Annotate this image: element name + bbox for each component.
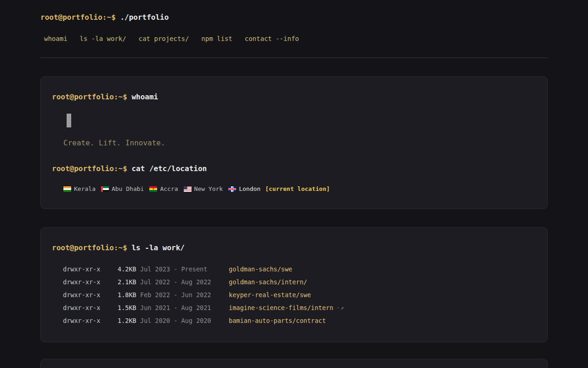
external-link-icon: ↗ xyxy=(337,305,344,311)
header-command: ./portfolio xyxy=(120,13,169,22)
date-range: Jul 2022 - Aug 2022 xyxy=(140,278,229,286)
nav-item-contact[interactable]: contact --info xyxy=(245,34,299,44)
ghana-flag-icon xyxy=(149,186,157,192)
work-prompt-line: root@portfolio:~$ ls -la work/ xyxy=(52,242,536,253)
work-link-goldman-intern[interactable]: goldman-sachs/intern/ xyxy=(229,278,307,286)
work-card: root@portfolio:~$ ls -la work/ drwxr-xr-… xyxy=(40,227,548,342)
date-range: Jun 2021 - Aug 2021 xyxy=(140,304,229,311)
locations-row: Kerala Abu Dhabi Accra New York London [… xyxy=(63,184,536,194)
whoami-card: root@portfolio:~$ whoami Create. Lift. I… xyxy=(40,76,548,209)
work-link-keyper[interactable]: keyper-real-estate/swe xyxy=(229,291,311,299)
current-location-badge: [current location] xyxy=(265,184,330,194)
work-row-bamian: drwxr-xr-x 1.2KB Jul 2020 - Aug 2020 bam… xyxy=(63,314,536,327)
location-prompt-line: root@portfolio:~$ cat /etc/location xyxy=(52,163,536,174)
date-range: Jul 2020 - Aug 2020 xyxy=(140,317,229,324)
india-flag-icon xyxy=(63,186,71,192)
permissions: drwxr-xr-x xyxy=(63,265,118,273)
work-row-goldman-intern: drwxr-xr-x 2.1KB Jul 2022 - Aug 2022 gol… xyxy=(63,276,536,288)
nav-item-whoami[interactable]: whoami xyxy=(44,34,68,44)
work-listing: drwxr-xr-x 4.2KB Jul 2023 - Present gold… xyxy=(63,263,536,327)
work-link-label: keyper-real-estate/swe xyxy=(229,291,311,299)
typing-cursor-icon xyxy=(67,114,71,127)
location-abu-dhabi: Abu Dhabi xyxy=(101,184,144,194)
work-prompt: root@portfolio:~$ xyxy=(52,243,127,252)
location-command: cat /etc/location xyxy=(131,164,207,173)
work-link-goldman-swe[interactable]: goldman-sachs/swe xyxy=(229,265,292,273)
whoami-command: whoami xyxy=(131,92,158,101)
location-label: Accra xyxy=(160,184,178,194)
work-command: ls -la work/ xyxy=(131,243,185,252)
nav-item-npm-list[interactable]: npm list xyxy=(201,34,232,44)
work-row-goldman-swe: drwxr-xr-x 4.2KB Jul 2023 - Present gold… xyxy=(63,263,536,276)
work-row-imagine-science: drwxr-xr-x 1.5KB Jun 2021 - Aug 2021 ima… xyxy=(63,301,536,314)
nav-bar: whoami ls -la work/ cat projects/ npm li… xyxy=(40,34,548,44)
nav-item-projects[interactable]: cat projects/ xyxy=(139,34,189,44)
uk-flag-icon xyxy=(228,186,236,192)
location-kerala: Kerala xyxy=(63,184,96,194)
file-size: 1.8KB xyxy=(118,291,140,299)
projects-card-partial xyxy=(40,359,548,368)
permissions: drwxr-xr-x xyxy=(63,291,118,299)
permissions: drwxr-xr-x xyxy=(63,278,118,286)
location-label: New York xyxy=(194,184,223,194)
date-range: Feb 2022 - Jun 2022 xyxy=(140,291,229,299)
terminal-header: root@portfolio:~$ ./portfolio xyxy=(40,12,548,23)
work-link-label: bamian-auto-parts/contract xyxy=(229,317,326,324)
whoami-prompt-line: root@portfolio:~$ whoami xyxy=(52,92,536,103)
permissions: drwxr-xr-x xyxy=(63,317,118,324)
work-link-label: imagine-science-films/intern xyxy=(229,304,334,311)
page-container: root@portfolio:~$ ./portfolio whoami ls … xyxy=(40,0,548,368)
usa-flag-icon xyxy=(184,186,192,192)
work-link-imagine-science[interactable]: imagine-science-films/intern ↗ xyxy=(229,304,344,311)
location-accra: Accra xyxy=(149,184,178,194)
file-size: 1.5KB xyxy=(118,304,140,311)
nav-item-work[interactable]: ls -la work/ xyxy=(80,34,126,44)
location-label: Abu Dhabi xyxy=(112,184,144,194)
location-label: London xyxy=(239,184,260,194)
tagline: Create. Lift. Innovate. xyxy=(63,138,536,148)
work-link-label: goldman-sachs/swe xyxy=(229,265,292,273)
typing-area xyxy=(67,113,536,128)
file-size: 1.2KB xyxy=(118,317,140,324)
location-label: Kerala xyxy=(74,184,96,194)
work-row-keyper: drwxr-xr-x 1.8KB Feb 2022 - Jun 2022 key… xyxy=(63,288,536,301)
location-prompt: root@portfolio:~$ xyxy=(52,164,127,173)
location-london: London xyxy=(228,184,260,194)
whoami-prompt: root@portfolio:~$ xyxy=(52,92,127,101)
location-new-york: New York xyxy=(184,184,223,194)
permissions: drwxr-xr-x xyxy=(63,304,118,311)
work-link-bamian[interactable]: bamian-auto-parts/contract xyxy=(229,317,326,324)
header-divider xyxy=(40,58,548,58)
file-size: 4.2KB xyxy=(118,265,140,273)
uae-flag-icon xyxy=(101,186,109,192)
file-size: 2.1KB xyxy=(118,278,140,286)
work-link-label: goldman-sachs/intern/ xyxy=(229,278,307,286)
header-prompt: root@portfolio:~$ xyxy=(40,13,116,22)
date-range: Jul 2023 - Present xyxy=(140,265,229,273)
